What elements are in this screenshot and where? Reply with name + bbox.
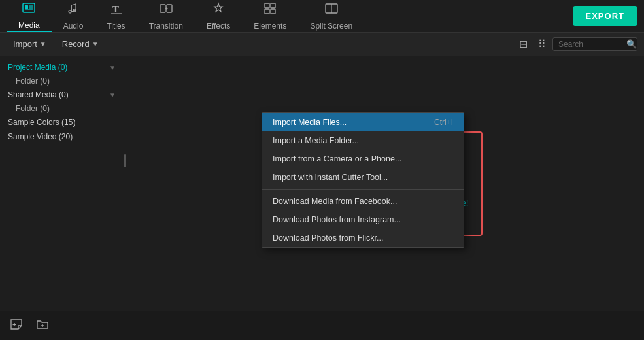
nav-item-media[interactable]: Media <box>7 0 52 32</box>
dropdown-divider <box>262 189 464 190</box>
sidebar-item-sample-video[interactable]: Sample Video (20) <box>0 129 124 144</box>
nav-splitscreen-label: Split Screen <box>310 22 352 31</box>
nav-media-label: Media <box>18 21 40 30</box>
svg-text:T: T <box>112 4 119 14</box>
media-icon <box>22 1 36 18</box>
import-cutter-label: Import with Instant Cutter Tool... <box>273 173 388 182</box>
svg-rect-13 <box>265 9 269 14</box>
svg-rect-14 <box>271 9 275 14</box>
nav-audio-label: Audio <box>63 22 84 31</box>
shared-media-chevron-icon: ▼ <box>109 92 116 99</box>
import-camera-label: Import from a Camera or a Phone... <box>273 154 401 163</box>
import-label: Import <box>13 39 37 49</box>
sidebar-project-media-label: Project Media (0) <box>8 63 67 72</box>
record-button[interactable]: Record ▼ <box>56 37 105 52</box>
import-folder-label: Import a Media Folder... <box>273 136 359 145</box>
record-chevron-icon: ▼ <box>92 41 99 48</box>
sidebar-item-sample-colors[interactable]: Sample Colors (15) <box>0 115 124 129</box>
sidebar-sample-colors-label: Sample Colors (15) <box>8 118 75 127</box>
import-files-shortcut: Ctrl+I <box>434 118 453 127</box>
svg-point-5 <box>69 10 71 13</box>
dropdown-item-import-folder[interactable]: Import a Media Folder... <box>262 131 464 150</box>
sidebar-item-project-media[interactable]: Project Media (0) ▼ <box>0 60 124 75</box>
sidebar-resize-handle[interactable] <box>123 56 127 265</box>
nav-transition-label: Transition <box>149 22 183 31</box>
svg-rect-11 <box>265 3 269 8</box>
drop-area-container: Import Media Files... Ctrl+I Import a Me… <box>124 56 644 311</box>
svg-rect-12 <box>271 3 275 8</box>
titles-icon: T <box>109 1 124 19</box>
nav-item-effects[interactable]: Effects <box>195 0 242 32</box>
new-folder-button[interactable] <box>33 314 52 337</box>
top-nav: Media Audio T Titles <box>0 0 644 33</box>
import-dropdown: Import Media Files... Ctrl+I Import a Me… <box>262 112 464 248</box>
effects-icon <box>211 1 226 19</box>
dropdown-item-facebook[interactable]: Download Media from Facebook... <box>262 192 464 211</box>
toolbar: Import ▼ Record ▼ ⊟ ⠿ 🔍 <box>0 33 644 56</box>
nav-titles-label: Titles <box>107 22 125 31</box>
dropdown-item-import-cutter[interactable]: Import with Instant Cutter Tool... <box>262 168 464 186</box>
nav-item-elements[interactable]: Elements <box>242 0 298 32</box>
dropdown-item-flickr[interactable]: Download Photos from Flickr... <box>262 229 464 247</box>
record-label: Record <box>62 39 90 49</box>
flickr-label: Download Photos from Flickr... <box>273 233 384 243</box>
project-media-chevron-icon: ▼ <box>109 64 116 71</box>
import-files-label: Import Media Files... <box>273 118 347 127</box>
filter-button[interactable]: ⊟ <box>515 35 532 53</box>
bottom-bar <box>0 311 644 340</box>
dropdown-item-instagram[interactable]: Download Photos from Instagram... <box>262 211 464 229</box>
nav-effects-label: Effects <box>207 22 230 31</box>
svg-rect-1 <box>25 5 28 8</box>
nav-item-splitscreen[interactable]: Split Screen <box>298 0 364 32</box>
nav-item-transition[interactable]: Transition <box>137 0 195 32</box>
export-button[interactable]: EXPORT <box>573 6 637 26</box>
nav-elements-label: Elements <box>254 22 286 31</box>
import-button[interactable]: Import ▼ <box>7 37 53 52</box>
grid-view-button[interactable]: ⠿ <box>534 35 550 53</box>
sidebar-item-folder-project[interactable]: Folder (0) <box>0 75 124 88</box>
sidebar-shared-media-label: Shared Media (0) <box>8 90 69 99</box>
instagram-label: Download Photos from Instagram... <box>273 215 401 224</box>
main-content: Project Media (0) ▼ Folder (0) Shared Me… <box>0 56 644 311</box>
facebook-label: Download Media from Facebook... <box>273 197 397 206</box>
dropdown-item-import-camera[interactable]: Import from a Camera or a Phone... <box>262 150 464 168</box>
nav-item-titles[interactable]: T Titles <box>95 0 137 32</box>
audio-icon <box>66 1 80 19</box>
svg-rect-0 <box>23 3 35 12</box>
dropdown-item-import-files[interactable]: Import Media Files... Ctrl+I <box>262 113 464 131</box>
search-input[interactable] <box>558 40 624 49</box>
search-box[interactable]: 🔍 <box>552 37 637 51</box>
sidebar-sample-video-label: Sample Video (20) <box>8 132 73 141</box>
splitscreen-icon <box>324 1 339 19</box>
search-icon: 🔍 <box>626 39 637 49</box>
elements-icon <box>263 1 277 19</box>
sidebar-item-folder-shared[interactable]: Folder (0) <box>0 102 124 115</box>
sidebar-item-shared-media[interactable]: Shared Media (0) ▼ <box>0 88 124 102</box>
svg-rect-9 <box>160 5 165 12</box>
add-media-button[interactable] <box>7 314 26 337</box>
import-chevron-icon: ▼ <box>40 41 46 48</box>
sidebar: Project Media (0) ▼ Folder (0) Shared Me… <box>0 56 124 311</box>
transition-icon <box>159 1 173 19</box>
nav-item-audio[interactable]: Audio <box>52 0 95 32</box>
